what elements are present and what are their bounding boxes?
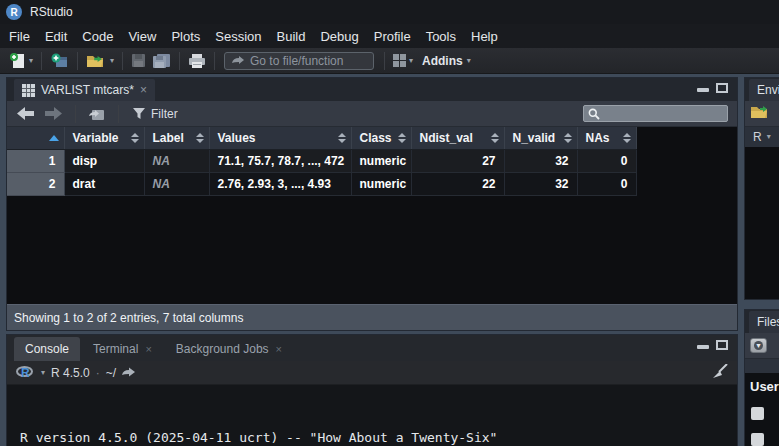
save-button[interactable] — [128, 53, 149, 68]
filter-button[interactable]: Filter — [129, 107, 182, 121]
load-workspace-button[interactable] — [750, 104, 771, 124]
data-grid-icon — [22, 84, 35, 97]
pane-layout-icon — [393, 54, 406, 67]
ndist-val-cell: 27 — [411, 149, 504, 172]
file-checkbox[interactable] — [751, 407, 764, 420]
console-pane: Console Terminal × Background Jobs × R ▾… — [7, 335, 737, 446]
new-blank-file-button[interactable]: ▼ — [750, 338, 767, 353]
broom-icon — [710, 364, 728, 379]
new-project-button[interactable] — [47, 52, 72, 69]
minimize-icon[interactable] — [697, 88, 709, 92]
ndist-val-cell: 22 — [411, 172, 504, 195]
chevron-down-icon: ▾ — [409, 57, 413, 65]
tab-console[interactable]: Console — [14, 337, 80, 361]
row-number-cell: 2 — [7, 172, 64, 195]
separator-dot: · — [96, 366, 100, 380]
close-icon[interactable]: × — [276, 343, 282, 355]
entries-status-text: Showing 1 to 2 of 2 entries, 7 total col… — [14, 311, 243, 325]
print-icon — [188, 53, 206, 69]
column-header-n-valid[interactable]: N_valid — [504, 127, 577, 149]
menu-item-help[interactable]: Help — [471, 29, 498, 44]
addins-button[interactable]: Addins — [422, 54, 463, 68]
n-valid-cell: 32 — [504, 172, 577, 195]
label-cell: NA — [144, 172, 209, 195]
new-project-icon — [50, 52, 69, 69]
table-status-bar: Showing 1 to 2 of 2 entries, 7 total col… — [7, 304, 737, 330]
environment-language-selector[interactable]: R ▾ — [745, 127, 779, 147]
show-in-new-window-button[interactable] — [86, 107, 108, 121]
menu-item-edit[interactable]: Edit — [45, 29, 67, 44]
pane-layout-button[interactable]: ▾ — [390, 54, 416, 67]
close-icon[interactable]: × — [145, 343, 151, 355]
rstudio-logo-icon: R — [6, 4, 22, 20]
column-header-class[interactable]: Class — [351, 127, 411, 149]
back-button[interactable] — [14, 107, 37, 120]
table-search-box[interactable] — [583, 105, 728, 122]
column-header-variable[interactable]: Variable — [64, 127, 144, 149]
maximize-icon[interactable] — [716, 340, 728, 350]
tab-files[interactable]: Files — [749, 311, 779, 333]
filter-funnel-icon — [133, 108, 145, 119]
tab-varlist-mtcars[interactable]: VARLIST mtcars* × — [14, 79, 155, 101]
menu-item-build[interactable]: Build — [277, 29, 306, 44]
variable-cell: drat — [64, 172, 144, 195]
environment-content — [745, 147, 779, 299]
open-folder-icon — [750, 104, 771, 120]
clear-console-button[interactable] — [710, 364, 728, 382]
open-file-button[interactable]: ▾ — [83, 53, 117, 69]
column-header-ndist-val[interactable]: Ndist_val — [411, 127, 504, 149]
table-search-input[interactable] — [604, 107, 723, 121]
new-file-icon — [9, 52, 26, 70]
menu-item-plots[interactable]: Plots — [171, 29, 200, 44]
tab-terminal[interactable]: Terminal × — [82, 337, 163, 361]
column-header-nas[interactable]: NAs — [577, 127, 636, 149]
files-pane: Files ▼ User — [745, 310, 779, 446]
column-header-values[interactable]: Values — [209, 127, 351, 149]
label-cell: NA — [144, 149, 209, 172]
chevron-down-icon[interactable]: ▾ — [41, 369, 45, 377]
open-folder-icon — [86, 53, 107, 69]
goto-directory-icon[interactable] — [122, 367, 135, 378]
nas-cell: 0 — [577, 172, 636, 195]
minimize-icon[interactable] — [697, 345, 709, 349]
table-header-row: Variable Label Values Class Ndist_val N_… — [7, 127, 636, 149]
data-viewer-pane: VARLIST mtcars* × Filter — [7, 78, 737, 330]
goto-file-function-box[interactable] — [224, 52, 374, 70]
file-checkbox[interactable] — [751, 433, 764, 446]
variable-list-table: Variable Label Values Class Ndist_val N_… — [7, 127, 637, 196]
toolbar-separator — [118, 105, 119, 123]
files-path-item[interactable]: User — [750, 379, 779, 394]
tab-environment[interactable]: Envir — [749, 79, 779, 101]
column-header-label[interactable]: Label — [144, 127, 209, 149]
menu-item-view[interactable]: View — [128, 29, 156, 44]
source-tabstrip: VARLIST mtcars* × — [7, 78, 737, 101]
working-directory-label: ~/ — [106, 366, 116, 380]
forward-button[interactable] — [42, 107, 65, 120]
data-viewer-toolbar: Filter — [7, 101, 737, 127]
sort-icon — [338, 133, 346, 143]
menu-item-session[interactable]: Session — [215, 29, 261, 44]
goto-file-function-input[interactable] — [250, 54, 366, 68]
new-file-button[interactable]: ▾ — [6, 52, 36, 70]
tab-background-jobs[interactable]: Background Jobs × — [165, 337, 293, 361]
search-icon — [588, 108, 600, 120]
menu-item-profile[interactable]: Profile — [374, 29, 411, 44]
maximize-icon[interactable] — [716, 83, 728, 93]
menu-item-file[interactable]: File — [9, 29, 30, 44]
menu-item-code[interactable]: Code — [82, 29, 113, 44]
table-row[interactable]: 1 disp NA 71.1, 75.7, 78.7, ..., 472 num… — [7, 149, 636, 172]
console-tabstrip: Console Terminal × Background Jobs × — [7, 335, 737, 361]
new-blank-file-icon: ▼ — [750, 338, 767, 353]
table-row[interactable]: 2 drat NA 2.76, 2.93, 3, ..., 4.93 numer… — [7, 172, 636, 195]
sort-icon — [196, 133, 204, 143]
menu-item-debug[interactable]: Debug — [320, 29, 358, 44]
console-output[interactable]: R version 4.5.0 (2025-04-11 ucrt) -- "Ho… — [7, 385, 737, 446]
toolbar-separator — [214, 52, 215, 70]
save-all-button[interactable] — [149, 53, 174, 69]
menu-item-tools[interactable]: Tools — [426, 29, 456, 44]
column-header-rownum[interactable] — [7, 127, 64, 149]
sort-ascending-icon — [49, 135, 59, 141]
close-icon[interactable]: × — [140, 84, 147, 96]
arrow-right-icon — [45, 107, 62, 120]
print-button[interactable] — [185, 53, 209, 69]
